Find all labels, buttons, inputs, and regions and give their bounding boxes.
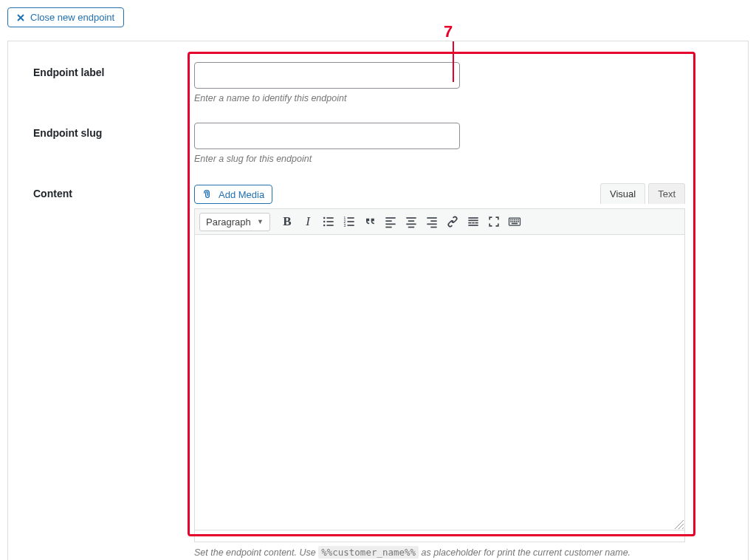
annotation-number: 7: [444, 22, 453, 41]
content-help: Set the endpoint content. Use %%customer…: [194, 547, 685, 558]
endpoint-slug-title: Endpoint slug: [33, 123, 194, 139]
svg-rect-38: [514, 221, 515, 222]
svg-rect-29: [468, 225, 478, 226]
svg-rect-21: [430, 220, 436, 222]
format-select[interactable]: Paragraph ▼: [199, 213, 270, 231]
fullscreen-button[interactable]: [484, 212, 504, 231]
close-button-label: Close new endpoint: [30, 12, 114, 23]
svg-rect-33: [514, 219, 515, 221]
close-new-endpoint-button[interactable]: Close new endpoint: [7, 7, 124, 27]
endpoint-label-title: Endpoint label: [33, 62, 194, 78]
svg-rect-16: [406, 217, 416, 219]
svg-rect-5: [327, 225, 334, 226]
editor-toolbar: Paragraph ▼ B I 123: [194, 208, 685, 235]
align-right-button[interactable]: [422, 212, 441, 231]
svg-rect-25: [468, 220, 478, 222]
svg-rect-23: [430, 227, 436, 228]
media-icon: [202, 188, 214, 200]
svg-rect-14: [385, 224, 395, 225]
svg-rect-6: [348, 217, 354, 219]
svg-point-2: [323, 221, 326, 223]
endpoint-label-help: Enter a name to identify this endpoint: [194, 93, 723, 103]
blockquote-button[interactable]: [360, 212, 379, 231]
editor-path-bar: [194, 530, 685, 542]
align-left-icon: [383, 214, 398, 229]
svg-text:3: 3: [344, 223, 346, 228]
svg-rect-17: [408, 220, 414, 222]
svg-rect-20: [427, 217, 436, 219]
endpoint-label-input[interactable]: [194, 62, 460, 89]
svg-rect-13: [385, 220, 391, 222]
svg-rect-40: [518, 221, 519, 222]
align-left-button[interactable]: [381, 212, 400, 231]
close-icon: [17, 14, 24, 21]
svg-rect-7: [348, 221, 354, 222]
toolbar-toggle-button[interactable]: [505, 212, 524, 231]
keyboard-icon: [507, 214, 522, 229]
chevron-down-icon: ▼: [257, 218, 264, 225]
numbered-list-button[interactable]: 123: [340, 212, 359, 231]
numbered-list-icon: 123: [342, 214, 357, 229]
content-title: Content: [33, 183, 194, 199]
resize-handle-icon[interactable]: [674, 519, 684, 530]
svg-rect-32: [512, 219, 514, 221]
add-media-button[interactable]: Add Media: [194, 185, 272, 204]
svg-rect-18: [406, 224, 416, 225]
bullet-list-icon: [321, 214, 336, 229]
svg-rect-34: [516, 219, 518, 221]
bullet-list-button[interactable]: [319, 212, 338, 231]
link-icon: [445, 214, 460, 229]
svg-rect-19: [408, 227, 414, 228]
content-editor[interactable]: [194, 235, 685, 530]
svg-rect-27: [472, 222, 474, 224]
bold-button[interactable]: B: [278, 212, 297, 231]
placeholder-code: %%customer_name%%: [318, 546, 419, 559]
svg-rect-35: [518, 219, 519, 221]
read-more-icon: [466, 214, 481, 229]
svg-rect-37: [512, 221, 514, 222]
quote-icon: [362, 214, 377, 229]
svg-rect-39: [516, 221, 518, 222]
read-more-button[interactable]: [464, 212, 483, 231]
editor-tab-text[interactable]: Text: [648, 183, 685, 204]
svg-point-0: [323, 217, 326, 219]
align-center-icon: [404, 214, 419, 229]
format-select-value: Paragraph: [206, 216, 251, 228]
editor-tab-visual[interactable]: Visual: [600, 183, 645, 204]
svg-rect-15: [385, 227, 391, 228]
svg-rect-8: [348, 225, 354, 226]
svg-point-4: [323, 225, 326, 227]
svg-rect-1: [327, 217, 334, 219]
add-media-label: Add Media: [219, 189, 264, 200]
svg-rect-28: [475, 222, 478, 224]
annotation-line: [453, 41, 454, 82]
align-right-icon: [425, 214, 439, 229]
endpoint-slug-help: Enter a slug for this endpoint: [194, 154, 723, 164]
link-button[interactable]: [443, 212, 462, 231]
svg-rect-26: [468, 222, 471, 224]
endpoint-slug-input[interactable]: [194, 123, 460, 149]
svg-rect-41: [512, 223, 518, 225]
svg-rect-22: [427, 224, 436, 225]
svg-rect-12: [385, 217, 395, 219]
italic-button[interactable]: I: [298, 212, 317, 231]
fullscreen-icon: [487, 214, 501, 229]
svg-rect-36: [510, 221, 512, 222]
align-center-button[interactable]: [402, 212, 421, 231]
svg-rect-24: [468, 217, 478, 219]
svg-rect-31: [510, 219, 512, 221]
svg-rect-3: [327, 221, 334, 222]
